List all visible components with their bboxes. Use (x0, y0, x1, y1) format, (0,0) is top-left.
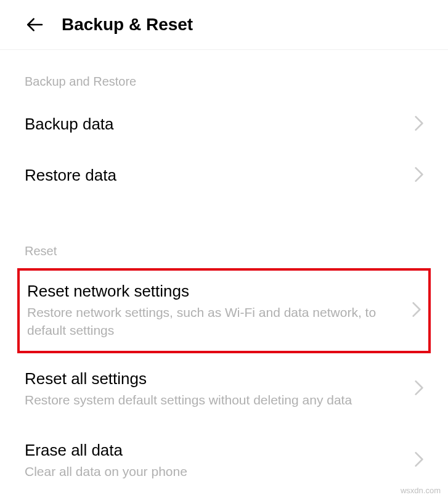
chevron-right-icon (415, 452, 423, 469)
page-title: Backup & Reset (62, 15, 193, 35)
watermark: wsxdn.com (401, 486, 441, 495)
list-item-subtitle: Clear all data on your phone (25, 462, 409, 480)
list-item-subtitle: Restore network settings, such as Wi-Fi … (27, 303, 406, 340)
arrow-left-icon (25, 15, 44, 35)
list-item-content: Restore data (25, 166, 409, 185)
section-header-reset: Reset (0, 201, 448, 268)
list-item-title: Restore data (25, 166, 409, 185)
app-header: Backup & Reset (0, 0, 448, 50)
list-item-title: Erase all data (25, 441, 409, 460)
list-item-title: Reset all settings (25, 369, 409, 388)
section-header-backup: Backup and Restore (0, 50, 448, 99)
list-item-subtitle: Restore system default settings without … (25, 391, 409, 409)
back-button[interactable] (25, 15, 44, 35)
chevron-right-icon (415, 116, 423, 133)
list-item-content: Backup data (25, 115, 409, 134)
list-item-erase-all[interactable]: Erase all data Clear all data on your ph… (0, 425, 448, 496)
content-area: Backup and Restore Backup data Restore d… (0, 50, 448, 497)
list-item-backup-data[interactable]: Backup data (0, 99, 448, 150)
list-item-reset-all[interactable]: Reset all settings Restore system defaul… (0, 353, 448, 425)
chevron-right-icon (415, 380, 423, 398)
chevron-right-icon (412, 302, 421, 319)
list-item-title: Backup data (25, 115, 409, 134)
chevron-right-icon (415, 167, 423, 184)
list-item-restore-data[interactable]: Restore data (0, 150, 448, 201)
list-item-content: Reset network settings Restore network s… (27, 282, 406, 340)
list-item-title: Reset network settings (27, 282, 406, 301)
list-item-content: Erase all data Clear all data on your ph… (25, 441, 409, 480)
list-item-content: Reset all settings Restore system defaul… (25, 369, 409, 409)
list-item-reset-network[interactable]: Reset network settings Restore network s… (17, 268, 431, 353)
